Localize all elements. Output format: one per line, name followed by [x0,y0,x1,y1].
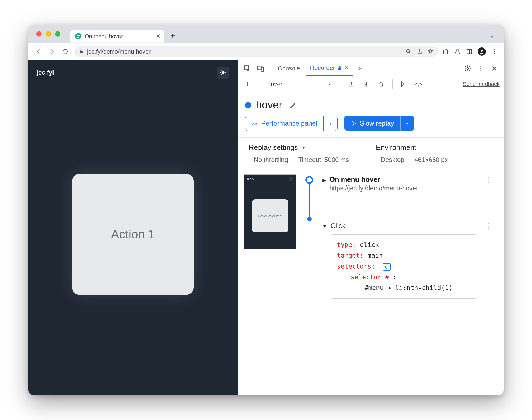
collapse-icon[interactable]: ▼ [322,224,327,229]
tab-close-icon[interactable]: ✕ [156,33,160,39]
forward-button[interactable] [48,47,56,56]
content-area: jec.fyi Action 1 Console Record [28,60,504,395]
svg-point-27 [418,85,419,86]
maximize-window-button[interactable] [55,31,60,37]
tab-console[interactable]: Console [273,60,305,76]
step-thumbnail[interactable]: jec.fyi Hover over me! [244,174,296,249]
url-text: jec.fyi/demo/menu-hover [87,48,151,55]
bookmark-star-icon[interactable] [428,49,433,54]
svg-point-23 [467,67,469,69]
recorder-toolbar: hover Send feedback [238,76,504,92]
browser-window: On menu hover ✕ + jec.fyi/demo/menu-hove… [28,25,504,395]
steps-area: jec.fyi Hover over me! ▶ [238,169,504,305]
edit-title-icon[interactable] [289,102,297,109]
svg-rect-5 [467,49,472,54]
step-navigate[interactable]: ▶ On menu hover https://jec.fyi/demo/men… [322,174,497,193]
delete-icon[interactable] [375,78,387,90]
tab-recorder[interactable]: Recorder ✕ [306,60,353,76]
devtools-menu-icon[interactable] [475,62,487,75]
labs-icon[interactable] [454,49,460,55]
labs-icon [337,65,342,70]
env-dimensions: 461×660 px [409,156,453,164]
svg-point-2 [78,35,80,36]
close-panel-icon[interactable]: ✕ [344,65,349,71]
extensions-icon[interactable] [443,49,449,55]
svg-line-16 [221,71,222,71]
svg-point-9 [494,51,495,52]
share-icon[interactable] [417,49,422,54]
close-window-button[interactable] [36,31,42,37]
theme-toggle-button[interactable] [217,67,229,79]
step-over-icon[interactable] [412,78,425,90]
rendered-page: jec.fyi Action 1 [28,60,238,395]
device-toolbar-icon[interactable] [254,62,267,75]
env-device: Desktop [376,156,409,164]
svg-point-25 [480,68,481,69]
titlebar: On menu hover ✕ + [28,25,504,43]
new-tab-button[interactable]: + [170,31,175,40]
site-logo[interactable]: jec.fyi [37,69,54,76]
chevron-right-icon [301,145,306,150]
throttling-value: No throttling [249,156,293,164]
window-controls [36,31,60,37]
timeout-value: Timeout: 5000 ms [293,156,354,164]
devtools-tabbar: Console Recorder ✕ [238,60,504,76]
environment-header: Environment [376,143,453,152]
inspect-element-icon[interactable] [241,62,253,75]
settings-gear-icon[interactable] [462,62,474,75]
svg-point-1 [77,35,78,36]
close-devtools-icon[interactable] [488,62,500,75]
tab-title: On menu hover [85,33,152,39]
replay-button[interactable]: Slow replay ▾ [344,116,414,131]
play-icon [351,120,357,126]
step-click[interactable]: ▼ Click type: click target: main selecto… [322,221,497,300]
recording-indicator-icon [245,102,251,108]
chevron-down-icon [327,82,332,87]
svg-point-4 [407,49,410,53]
zoom-icon[interactable] [406,49,411,54]
expand-icon[interactable]: ▶ [322,177,326,183]
svg-point-10 [494,53,495,54]
favicon-icon [75,33,81,39]
recorder-body: hover Performance panel ▾ [238,92,504,395]
card-label: Action 1 [111,227,155,241]
step-timeline [302,174,316,300]
continue-icon[interactable] [397,78,410,90]
performance-panel-button[interactable]: Performance panel ▾ [245,116,338,131]
svg-point-0 [75,33,81,39]
replay-button-menu[interactable]: ▾ [400,116,414,131]
profile-avatar[interactable] [478,47,486,56]
svg-line-17 [225,74,225,75]
recording-selector[interactable]: hover [264,79,335,90]
timeline-step-icon [307,217,312,221]
browser-menu-icon[interactable] [491,49,497,55]
browser-tab[interactable]: On menu hover ✕ [70,30,164,43]
import-icon[interactable] [360,78,372,90]
address-bar[interactable]: jec.fyi/demo/menu-hover [74,46,438,57]
svg-point-8 [494,49,495,50]
svg-line-18 [221,74,222,75]
step-details-code: type: click target: main selectors: sele… [331,234,477,299]
svg-point-24 [480,66,481,67]
more-tabs-icon[interactable] [354,62,366,75]
panel-icon[interactable] [466,49,472,55]
reload-button[interactable] [61,47,69,56]
send-feedback-link[interactable]: Send feedback [463,81,500,87]
svg-line-19 [225,71,225,71]
recording-title: hover [256,99,282,111]
step-menu-icon[interactable]: ⋮ [485,222,493,230]
timeline-start-icon [305,176,313,184]
lock-icon [79,49,84,54]
minimize-window-button[interactable] [46,31,51,37]
replay-settings-header[interactable]: Replay settings [249,143,354,152]
export-icon[interactable] [345,78,357,90]
hover-card[interactable]: Action 1 [72,174,194,295]
step-menu-icon[interactable]: ⋮ [485,176,493,184]
back-button[interactable] [35,47,43,56]
pick-selector-icon[interactable] [383,263,391,271]
new-recording-button[interactable] [242,78,254,90]
svg-rect-3 [80,51,83,53]
gauge-icon [251,120,258,127]
tabs-overflow-icon[interactable] [489,33,495,39]
perf-button-menu[interactable]: ▾ [323,116,337,131]
